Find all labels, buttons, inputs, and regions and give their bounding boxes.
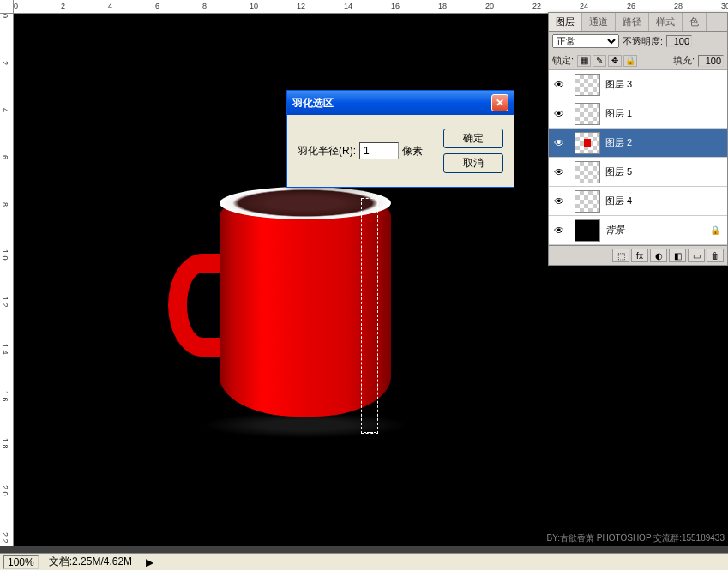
ruler-vertical: 024681 01 21 41 61 82 02 2 bbox=[0, 14, 14, 546]
layer-name[interactable]: 图层 2 bbox=[605, 136, 727, 149]
opacity-value[interactable]: 100 bbox=[666, 35, 692, 47]
ruler-corner bbox=[0, 0, 14, 14]
lock-transparency-icon[interactable]: ▦ bbox=[577, 55, 591, 67]
doc-size: 文档:2.25M/4.62M bbox=[49, 555, 132, 569]
visibility-icon[interactable]: 👁 bbox=[549, 129, 569, 157]
lock-move-icon[interactable]: ✥ bbox=[608, 55, 622, 67]
layer-row[interactable]: 👁图层 3 bbox=[549, 70, 727, 99]
tab-channels[interactable]: 通道 bbox=[582, 13, 616, 31]
layer-thumbnail[interactable] bbox=[575, 74, 600, 96]
close-icon[interactable]: ✕ bbox=[491, 94, 508, 111]
link-icon[interactable]: ⬚ bbox=[612, 249, 629, 262]
ok-button[interactable]: 确定 bbox=[443, 129, 503, 148]
lock-icon: 🔒 bbox=[710, 225, 727, 235]
layer-name[interactable]: 图层 4 bbox=[605, 195, 727, 207]
lock-label: 锁定: bbox=[552, 54, 574, 67]
tab-color[interactable]: 色 bbox=[683, 13, 707, 31]
fill-value[interactable]: 100 bbox=[698, 55, 724, 67]
layer-thumbnail[interactable] bbox=[575, 132, 600, 154]
visibility-icon[interactable]: 👁 bbox=[549, 99, 569, 128]
layer-row[interactable]: 👁图层 1 bbox=[549, 99, 727, 129]
adjustment-icon[interactable]: ◧ bbox=[669, 249, 686, 262]
fill-label: 填充: bbox=[673, 54, 695, 67]
opacity-label: 不透明度: bbox=[623, 35, 663, 48]
layer-name[interactable]: 背景 bbox=[605, 224, 710, 237]
statusbar: 100% 文档:2.25M/4.62M ▶ bbox=[0, 553, 728, 570]
visibility-icon[interactable]: 👁 bbox=[549, 187, 569, 215]
selection-marquee[interactable] bbox=[361, 198, 378, 434]
visibility-icon[interactable]: 👁 bbox=[549, 216, 569, 244]
trash-icon[interactable]: 🗑 bbox=[707, 249, 724, 262]
layer-row[interactable]: 👁图层 2 bbox=[549, 129, 727, 158]
dialog-titlebar[interactable]: 羽化选区 ✕ bbox=[287, 91, 514, 115]
layers-panel: 图层 通道 路径 样式 色 正常 不透明度: 100 锁定: ▦ ✎ ✥ 🔒 填… bbox=[548, 12, 728, 266]
statusbar-arrow-icon[interactable]: ▶ bbox=[142, 556, 157, 568]
visibility-icon[interactable]: 👁 bbox=[549, 70, 569, 99]
layer-thumbnail[interactable] bbox=[575, 190, 600, 213]
layer-row[interactable]: 👁图层 4 bbox=[549, 187, 727, 216]
blend-mode-select[interactable]: 正常 bbox=[552, 34, 619, 48]
layer-thumbnail[interactable] bbox=[575, 219, 600, 242]
cancel-button[interactable]: 取消 bbox=[443, 153, 503, 173]
layer-name[interactable]: 图层 5 bbox=[605, 165, 727, 178]
feather-unit: 像素 bbox=[402, 144, 423, 159]
dialog-title: 羽化选区 bbox=[292, 96, 334, 111]
layer-row[interactable]: 👁背景🔒 bbox=[549, 216, 727, 245]
panel-footer: ⬚ fx ◐ ◧ ▭ 🗑 bbox=[549, 245, 727, 265]
layer-name[interactable]: 图层 3 bbox=[605, 78, 727, 91]
lock-all-icon[interactable]: 🔒 bbox=[623, 55, 637, 67]
zoom-level[interactable]: 100% bbox=[3, 555, 39, 569]
panel-tabs: 图层 通道 路径 样式 色 bbox=[549, 13, 727, 32]
tab-layers[interactable]: 图层 bbox=[549, 13, 582, 31]
layer-name[interactable]: 图层 1 bbox=[605, 107, 727, 120]
layer-list: 👁图层 3👁图层 1👁图层 2👁图层 5👁图层 4👁背景🔒 bbox=[549, 70, 727, 245]
lock-brush-icon[interactable]: ✎ bbox=[593, 55, 606, 67]
feather-dialog: 羽化选区 ✕ 羽化半径(R): 像素 确定 取消 bbox=[286, 90, 514, 188]
layer-thumbnail[interactable] bbox=[575, 161, 600, 183]
feather-radius-label: 羽化半径(R): bbox=[298, 144, 356, 159]
layer-thumbnail[interactable] bbox=[575, 103, 600, 125]
feather-radius-input[interactable] bbox=[359, 142, 399, 159]
watermark-bottom: BY:古欲香萧 PHOTOSHOP 交流群:155189433 bbox=[547, 532, 725, 544]
tab-paths[interactable]: 路径 bbox=[616, 13, 649, 31]
new-layer-icon[interactable]: ▭ bbox=[688, 249, 705, 262]
selection-marquee-small[interactable] bbox=[364, 432, 376, 447]
fx-icon[interactable]: fx bbox=[631, 249, 648, 262]
visibility-icon[interactable]: 👁 bbox=[549, 158, 569, 186]
mask-icon[interactable]: ◐ bbox=[650, 249, 667, 262]
layer-row[interactable]: 👁图层 5 bbox=[549, 158, 727, 187]
tab-styles[interactable]: 样式 bbox=[649, 13, 683, 31]
